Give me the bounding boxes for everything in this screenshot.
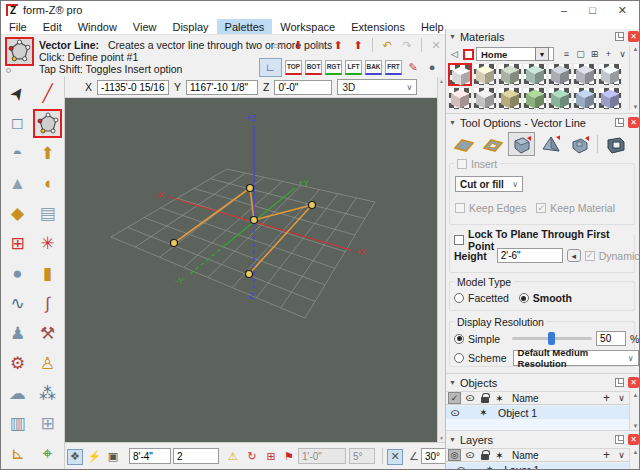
active-material-swatch[interactable] (463, 49, 474, 60)
terrain-tool[interactable]: ☁ (3, 379, 32, 408)
materials-close-icon[interactable]: ✕ (628, 31, 639, 42)
menu-item-workspace[interactable]: Workspace (272, 19, 343, 34)
extrude-tool[interactable]: ⬆ (33, 139, 62, 168)
select-column-icon[interactable]: ✓ (448, 392, 461, 404)
quick-keys-icon[interactable]: ⚡ (86, 449, 102, 465)
collapse-triangle-icon[interactable]: ▼ (449, 436, 456, 443)
window-tile-icon[interactable]: ▣ (105, 449, 121, 465)
stairs-tool[interactable]: ▤ (33, 199, 62, 228)
tool-options-close-icon[interactable]: ✕ (628, 117, 639, 128)
material-swatch-2[interactable] (473, 63, 497, 86)
menu-item-edit[interactable]: Edit (35, 19, 70, 34)
coord-z-input[interactable] (274, 80, 332, 95)
materials-scrollbar[interactable]: ▲▼ (629, 45, 640, 111)
converged-mode-icon[interactable] (537, 132, 564, 156)
coord-y-input[interactable] (186, 80, 258, 95)
layers-menu-icon[interactable]: ∨ (615, 449, 628, 461)
keep-edges-checkbox[interactable] (455, 203, 465, 213)
export-copy-icon[interactable]: ⬆ (350, 37, 366, 53)
view-button-frt[interactable]: FRT (385, 60, 402, 75)
dome-tool[interactable]: ◓ (3, 139, 32, 168)
add-material-icon[interactable]: + (602, 48, 615, 61)
objects-scrollbar[interactable]: ▲▼ (629, 391, 640, 430)
snap-toggle[interactable]: ✶ (483, 464, 496, 470)
list-view-icon[interactable]: ≡ (560, 48, 573, 61)
dynamic-checkbox[interactable]: ✓ (585, 251, 595, 261)
scheme-radio[interactable] (454, 353, 464, 363)
import-icon[interactable]: ⬇ (290, 37, 306, 53)
list-item[interactable]: ●⊙✶Layer 1 (446, 463, 630, 470)
view-button-bot[interactable]: BOT (305, 60, 322, 75)
material-swatch-8[interactable] (448, 87, 472, 110)
deform-arm-tool[interactable]: ⚙ (3, 349, 32, 378)
spline-tool[interactable]: ∿ (3, 289, 32, 318)
operation-dropdown[interactable]: Cut or fill∨ (455, 176, 523, 192)
scroll-up-icon[interactable]: ▲ (439, 78, 444, 84)
hand-nav-icon[interactable]: ❖ (67, 449, 83, 465)
render-brush-icon[interactable]: ✎ (405, 59, 421, 75)
material-swatch-1[interactable] (448, 63, 472, 86)
collapse-triangle-icon[interactable]: ▼ (449, 33, 456, 40)
facetted-radio[interactable] (454, 293, 464, 303)
axonometric-view-button[interactable]: ∟ (259, 58, 282, 77)
resolution-input[interactable] (596, 331, 626, 346)
view-button-top[interactable]: TOP (285, 60, 302, 75)
back-arrow-icon[interactable]: ◁ (448, 48, 461, 61)
resolution-slider[interactable] (512, 337, 592, 340)
delete-x-icon[interactable]: ✕ (428, 37, 444, 53)
rotate-plane-icon[interactable]: ↻ (244, 449, 260, 465)
extrusion-mode-icon[interactable] (508, 132, 535, 156)
material-swatch-10[interactable] (498, 87, 522, 110)
surface-hole-mode-icon[interactable] (479, 132, 506, 156)
material-swatch-12[interactable] (548, 87, 572, 110)
thumb-view-icon[interactable]: ▢ (574, 48, 587, 61)
sweep-tool[interactable]: ⚒ (33, 319, 62, 348)
layers-header[interactable]: ▼ Layers ✕ (446, 432, 640, 447)
vector-line-tool[interactable] (33, 109, 62, 138)
maximize-button[interactable]: □ (589, 4, 596, 16)
collapse-triangle-icon[interactable]: ▼ (449, 119, 456, 126)
layers-scrollbar[interactable]: ▲▼ (629, 448, 640, 470)
shaded-view-icon[interactable]: ● (424, 59, 440, 75)
snap-toggle[interactable]: ✶ (477, 407, 490, 419)
measure-tool[interactable]: ⊾ (3, 439, 32, 468)
extruded-solid-mode-icon[interactable] (566, 132, 593, 156)
angle-snap-icon[interactable]: ∠ (406, 449, 422, 465)
align-tool[interactable]: ▥ (3, 409, 32, 438)
view-button-rgt[interactable]: RGT (325, 60, 342, 75)
material-swatch-7[interactable] (598, 63, 622, 86)
popout-icon[interactable] (615, 32, 624, 41)
revolve-tool[interactable]: ◖ (33, 169, 62, 198)
close-button[interactable]: ✕ (618, 4, 627, 17)
minimize-button[interactable]: – (561, 4, 567, 16)
mesh-plus-tool[interactable]: ⊞ (3, 229, 32, 258)
item-name[interactable]: Layer 1 (498, 464, 539, 470)
snap-cross-icon[interactable]: ✕ (387, 449, 403, 465)
explode-tool[interactable]: ✳ (33, 229, 62, 258)
export-icon[interactable]: ⬆ (330, 37, 346, 53)
grid-divisions-input[interactable] (173, 448, 219, 464)
tool-options-header[interactable]: ▼ Tool Options - Vector Line ✕ (446, 115, 640, 130)
snap-column-icon[interactable]: ✶ (493, 449, 506, 461)
crowd-tool[interactable]: ⁂ (33, 379, 62, 408)
visibility-toggle[interactable]: ⊙ (448, 407, 461, 419)
visibility-column-icon[interactable]: ⊙ (463, 392, 476, 404)
surface-mode-icon[interactable] (450, 132, 477, 156)
enclosure-mode-icon[interactable] (602, 132, 629, 156)
model-viewport[interactable]: +Z-Z+Y-Y+X-X (65, 98, 437, 442)
objects-close-icon[interactable]: ✕ (628, 377, 639, 388)
material-swatch-11[interactable] (523, 87, 547, 110)
view-button-bak[interactable]: BAK (365, 60, 382, 75)
visibility-column-icon[interactable]: ⊙ (463, 449, 476, 461)
cancel-circle-icon[interactable]: ⊗ (310, 37, 326, 53)
grid-plane-icon[interactable]: ⊞ (263, 449, 279, 465)
lock-plane-checkbox[interactable] (454, 235, 464, 245)
material-menu-icon[interactable]: ∨ (616, 48, 629, 61)
item-name[interactable]: Object 1 (492, 407, 537, 419)
scroll-down-icon[interactable]: ▼ (439, 435, 444, 441)
cylinder-tool[interactable]: ▮ (33, 259, 62, 288)
round-cube-tool[interactable]: ◆ (3, 199, 32, 228)
objects-header[interactable]: ▼ Objects ✕ (446, 375, 640, 390)
scheme-dropdown[interactable]: Default Medium Resolution∨ (513, 350, 639, 366)
simple-radio[interactable] (454, 334, 464, 344)
